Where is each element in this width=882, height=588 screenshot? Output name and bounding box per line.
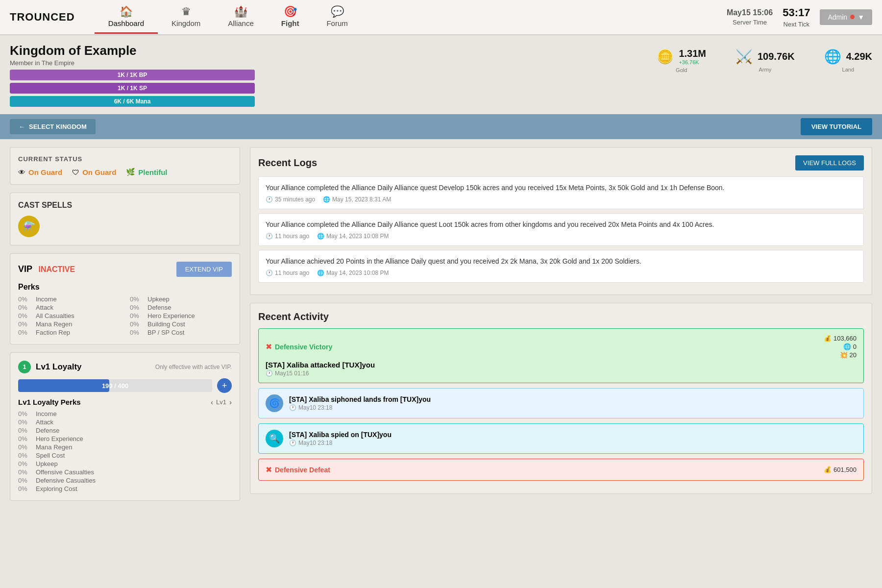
- perk-0-left-name: Income: [36, 295, 57, 303]
- loyalty-bar-label: 190 / 400: [18, 379, 212, 392]
- log-date-val-1: May 14, 2023 10:08 PM: [326, 233, 389, 240]
- activity-text-0: [STA] Xaliba attacked [TUX]you: [266, 361, 375, 369]
- status-eye-icon: 👁: [18, 168, 25, 176]
- activity-body-1: 🌀 [STA] Xaliba siphoned lands from [TUX]…: [266, 394, 857, 412]
- activity-stat-land-0: 🌐 0: [843, 343, 857, 350]
- activity-type-3: ✖ Defensive Defeat: [266, 465, 330, 474]
- army-stat: ⚔️ 109.76K Army: [735, 49, 795, 73]
- land-value: 4.29K: [846, 51, 872, 62]
- loyalty-title: Lv1 Loyalty: [36, 362, 82, 372]
- forum-icon: 💬: [331, 5, 344, 18]
- view-full-logs-button[interactable]: VIEW FULL LOGS: [795, 155, 864, 171]
- activity-body-2: 🔍 [STA] Xaliba spied on [TUX]you 🕐 May10…: [266, 430, 857, 447]
- admin-button[interactable]: Admin ▼: [820, 9, 872, 25]
- lp-9-name: Exploring Cost: [36, 485, 77, 492]
- log-entry-0: Your Alliance completed the Alliance Dai…: [258, 176, 864, 209]
- perk-row-3-right: 0% Building Cost: [130, 320, 232, 328]
- perk-row-1-right: 0% Defense: [130, 304, 232, 311]
- kingdom-stats: 🪙 1.31M +36.76K Gold ⚔️ 109.76K Army 🌐 4…: [657, 48, 872, 73]
- kingdom-sub: Member in The Empire: [10, 59, 627, 67]
- loyalty-note: Only effective with active VIP.: [155, 364, 232, 370]
- log-date-1: 🌐 May 14, 2023 10:08 PM: [317, 233, 389, 240]
- select-kingdom-button[interactable]: ← SELECT KINGDOM: [10, 119, 96, 134]
- lp-8-pct: 0%: [18, 477, 32, 484]
- army-value: 109.76K: [758, 51, 795, 62]
- defeat-icon: ✖: [266, 465, 272, 474]
- perk-0-right-name: Upkeep: [147, 295, 170, 303]
- log-entry-2: Your Alliance achieved 20 Points in the …: [258, 250, 864, 283]
- perk-1-right-pct: 0%: [130, 304, 144, 311]
- lp-row-1: 0% Attack: [18, 418, 232, 426]
- lp-9-pct: 0%: [18, 485, 32, 492]
- status-label-3: Plentiful: [138, 168, 167, 176]
- gold-label: Gold: [676, 67, 687, 73]
- dashboard-icon: 🏠: [120, 5, 133, 18]
- log-time-2: 11 hours ago: [275, 270, 309, 276]
- gold-value: 1.31M: [679, 48, 706, 59]
- lp-row-2: 0% Defense: [18, 427, 232, 434]
- perk-1-left-name: Attack: [36, 304, 53, 311]
- nav-dashboard[interactable]: 🏠 Dashboard: [95, 0, 158, 34]
- land-stat: 🌐 4.29K Land: [824, 49, 872, 73]
- exp-icon-0: 💥: [840, 351, 848, 359]
- progress-bars: 1K / 1K BP 1K / 1K SP 6K / 6K Mana: [10, 70, 255, 107]
- nav-alliance[interactable]: 🏰 Alliance: [214, 0, 268, 34]
- vip-label: VIP: [18, 264, 32, 274]
- perk-row-1-left: 0% Attack: [18, 304, 120, 311]
- activity-header-0: ✖ Defensive Victory 💰 103,660 🌐 0: [266, 335, 857, 359]
- activity-time-1: 🕐 May10 23:18: [289, 404, 431, 411]
- nav-dashboard-label: Dashboard: [108, 19, 144, 27]
- view-tutorial-label: VIEW TUTORIAL: [811, 123, 861, 130]
- admin-status-dot: [850, 15, 855, 19]
- lp-7-pct: 0%: [18, 468, 32, 476]
- log-time-ago-1: 🕐 11 hours ago: [266, 233, 309, 240]
- lp-1-pct: 0%: [18, 418, 32, 426]
- spell-icon[interactable]: ⚗️: [18, 216, 40, 237]
- perk-row-3-left: 0% Mana Regen: [18, 320, 120, 328]
- extend-vip-button[interactable]: EXTEND VIP: [176, 262, 232, 277]
- loyalty-perks-title: Lv1 Loyalty Perks: [18, 398, 81, 406]
- clock-icon-act-2: 🕐: [289, 440, 296, 446]
- lp-0-pct: 0%: [18, 410, 32, 417]
- loyalty-perks-header: Lv1 Loyalty Perks ‹ Lv1 ›: [18, 398, 232, 406]
- loyalty-plus-button[interactable]: +: [217, 378, 232, 393]
- log-date-2: 🌐 May 14, 2023 10:08 PM: [317, 270, 389, 276]
- recent-logs-card: Recent Logs VIEW FULL LOGS Your Alliance…: [250, 147, 872, 295]
- nav-forum-label: Forum: [326, 19, 347, 27]
- main-content: CURRENT STATUS 👁 On Guard 🛡 On Guard 🌿 P…: [0, 139, 882, 509]
- next-tick-value: 53:17: [783, 5, 810, 21]
- lp-2-name: Defense: [36, 427, 59, 434]
- lp-0-name: Income: [36, 410, 57, 417]
- perks-title: Perks: [18, 283, 232, 292]
- lp-6-pct: 0%: [18, 460, 32, 467]
- perk-row-2-right: 0% Hero Experience: [130, 312, 232, 319]
- log-time-1: 11 hours ago: [275, 233, 309, 240]
- loyalty-perks-grid: 0% Income 0% Attack 0% Defense 0% Hero E…: [18, 410, 232, 492]
- log-meta-0: 🕐 35 minutes ago 🌐 May 15, 2023 8:31 AM: [266, 196, 857, 203]
- cast-spells-card: CAST SPELLS ⚗️: [10, 193, 240, 245]
- log-meta-2: 🕐 11 hours ago 🌐 May 14, 2023 10:08 PM: [266, 270, 857, 276]
- perk-2-left-pct: 0%: [18, 312, 32, 319]
- loyalty-nav-label: Lv1: [216, 398, 226, 406]
- loyalty-next-button[interactable]: ›: [229, 398, 232, 406]
- view-tutorial-button[interactable]: VIEW TUTORIAL: [801, 118, 872, 135]
- perk-1-left-pct: 0%: [18, 304, 32, 311]
- log-meta-1: 🕐 11 hours ago 🌐 May 14, 2023 10:08 PM: [266, 233, 857, 240]
- server-time: May15 15:06 Server Time: [727, 7, 773, 27]
- perk-4-left-pct: 0%: [18, 329, 32, 336]
- activity-time-val-2: May10 23:18: [298, 440, 332, 446]
- defensive-victory-icon: ✖: [266, 342, 272, 351]
- admin-label: Admin: [828, 13, 847, 21]
- loyalty-badge: 1: [18, 361, 31, 373]
- activity-card-3: ✖ Defensive Defeat 💰 601,500: [258, 459, 864, 481]
- nav-fight[interactable]: 🎯 Fight: [268, 0, 313, 34]
- coin-icon-0: 💰: [824, 335, 832, 342]
- nav-kingdom[interactable]: ♛ Kingdom: [158, 0, 214, 34]
- loyalty-prev-button[interactable]: ‹: [211, 398, 213, 406]
- perk-row-4-left: 0% Faction Rep: [18, 329, 120, 336]
- nav-forum[interactable]: 💬 Forum: [313, 0, 361, 34]
- status-label-1: On Guard: [28, 168, 62, 176]
- log-entry-1: Your Alliance completed the Alliance Dai…: [258, 213, 864, 246]
- perk-2-right-pct: 0%: [130, 312, 144, 319]
- gold-stat: 🪙 1.31M +36.76K Gold: [657, 48, 706, 73]
